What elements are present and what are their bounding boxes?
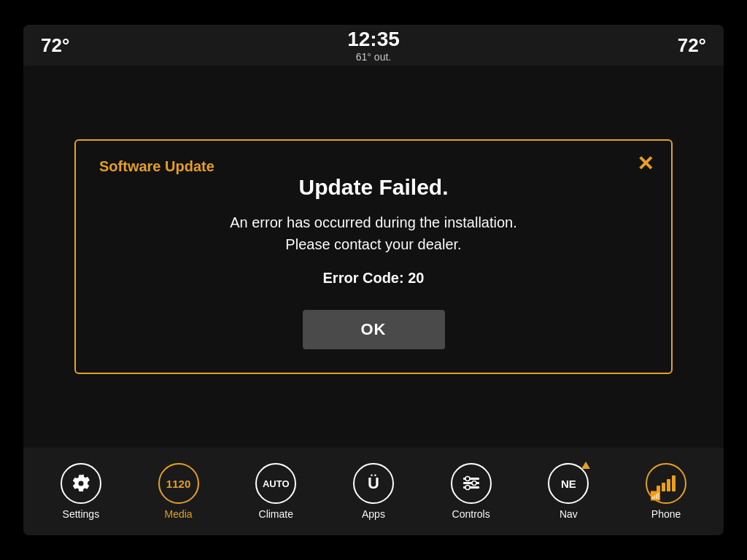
- climate-icon: AUTO: [255, 463, 296, 504]
- climate-label: Climate: [259, 508, 293, 520]
- phone-icon: 📶: [646, 463, 686, 504]
- apps-symbol: Ü: [368, 474, 379, 493]
- bluetooth-icon: 📶: [650, 491, 661, 501]
- nav-item-nav[interactable]: NE Nav: [528, 463, 608, 520]
- nav-item-apps[interactable]: Ü Apps: [333, 463, 414, 520]
- svg-point-3: [465, 477, 470, 481]
- svg-point-5: [465, 486, 470, 490]
- error-code: Error Code: 20: [99, 270, 648, 287]
- status-center: 12:35 61° out.: [347, 28, 400, 63]
- nav-item-media[interactable]: 1120 Media: [139, 463, 219, 520]
- dialog-title: Software Update: [99, 158, 214, 174]
- dialog-message: An error has occurred during the install…: [99, 211, 648, 255]
- nav-item-controls[interactable]: Controls: [431, 463, 511, 520]
- media-icon: 1120: [158, 463, 199, 504]
- temp-right: 72°: [678, 34, 706, 57]
- nav-item-climate[interactable]: AUTO Climate: [236, 463, 316, 520]
- bottom-navigation: Settings 1120 Media AUTO Climate Ü Apps: [23, 448, 724, 535]
- software-update-dialog: Software Update ✕ Update Failed. An erro…: [74, 139, 673, 374]
- signal-bar-3: [667, 479, 670, 491]
- ok-button[interactable]: OK: [303, 310, 445, 349]
- settings-label: Settings: [63, 508, 100, 520]
- outside-temp: 61° out.: [356, 51, 391, 63]
- signal-bar-4: [672, 475, 676, 491]
- nav-compass-icon: NE: [548, 463, 589, 504]
- media-station: 1120: [166, 478, 190, 490]
- apps-label: Apps: [362, 508, 385, 520]
- clock: 12:35: [347, 28, 400, 51]
- nav-item-settings[interactable]: Settings: [41, 463, 121, 520]
- climate-mode: AUTO: [263, 478, 290, 489]
- apps-icon: Ü: [353, 463, 394, 504]
- car-infotainment-screen: 72° 12:35 61° out. 72° Software Update ✕…: [23, 25, 724, 535]
- temp-left: 72°: [41, 34, 69, 57]
- signal-bars: [657, 475, 676, 491]
- nav-label: Nav: [560, 508, 578, 520]
- close-button[interactable]: ✕: [637, 154, 654, 174]
- nav-item-phone[interactable]: 📶 Phone: [626, 463, 706, 520]
- phone-label: Phone: [651, 508, 681, 520]
- signal-bar-2: [662, 483, 665, 491]
- status-bar: 72° 12:35 61° out. 72°: [23, 25, 724, 66]
- nav-direction: NE: [561, 478, 576, 490]
- nav-arrow: [581, 462, 590, 469]
- settings-icon: [61, 463, 101, 504]
- controls-icon: [451, 463, 492, 504]
- media-label: Media: [164, 508, 192, 520]
- svg-point-4: [472, 481, 476, 486]
- dialog-headline: Update Failed.: [99, 175, 648, 200]
- controls-label: Controls: [452, 508, 490, 520]
- main-content: Software Update ✕ Update Failed. An erro…: [23, 66, 724, 448]
